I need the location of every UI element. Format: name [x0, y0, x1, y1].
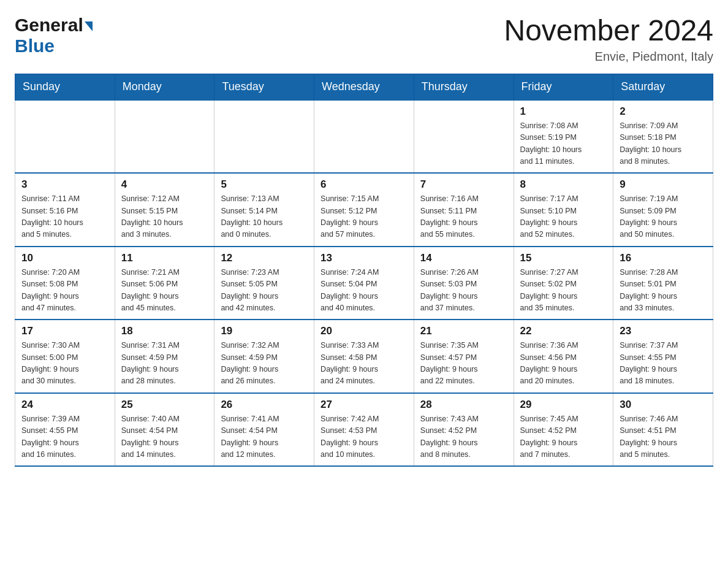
calendar-cell: 10Sunrise: 7:20 AMSunset: 5:08 PMDayligh…	[15, 247, 115, 320]
day-info: Sunrise: 7:17 AMSunset: 5:10 PMDaylight:…	[520, 193, 607, 241]
day-number: 18	[121, 325, 208, 337]
day-number: 21	[420, 325, 507, 337]
calendar-cell: 26Sunrise: 7:41 AMSunset: 4:54 PMDayligh…	[214, 393, 314, 467]
calendar-cell: 2Sunrise: 7:09 AMSunset: 5:18 PMDaylight…	[613, 100, 713, 174]
day-number: 26	[221, 399, 308, 411]
calendar-week-row: 10Sunrise: 7:20 AMSunset: 5:08 PMDayligh…	[15, 247, 713, 320]
calendar-cell	[15, 100, 115, 174]
calendar-cell: 1Sunrise: 7:08 AMSunset: 5:19 PMDaylight…	[514, 100, 613, 174]
day-of-week-header: Saturday	[613, 74, 713, 100]
day-number: 11	[121, 252, 208, 264]
day-of-week-header: Thursday	[414, 74, 514, 100]
day-info: Sunrise: 7:09 AMSunset: 5:18 PMDaylight:…	[620, 120, 707, 168]
day-number: 3	[21, 178, 108, 191]
day-number: 27	[320, 399, 408, 411]
calendar-cell: 15Sunrise: 7:27 AMSunset: 5:02 PMDayligh…	[514, 247, 613, 320]
day-number: 25	[121, 399, 208, 411]
calendar-cell	[314, 100, 414, 174]
day-number: 16	[620, 252, 707, 264]
calendar-cell: 24Sunrise: 7:39 AMSunset: 4:55 PMDayligh…	[15, 393, 115, 467]
day-info: Sunrise: 7:24 AMSunset: 5:04 PMDaylight:…	[320, 267, 408, 315]
day-number: 24	[21, 399, 108, 411]
day-number: 9	[620, 178, 707, 191]
calendar-cell: 13Sunrise: 7:24 AMSunset: 5:04 PMDayligh…	[314, 247, 414, 320]
day-info: Sunrise: 7:32 AMSunset: 4:59 PMDaylight:…	[221, 340, 308, 388]
calendar-cell: 18Sunrise: 7:31 AMSunset: 4:59 PMDayligh…	[115, 320, 214, 393]
day-number: 5	[221, 178, 308, 191]
calendar-cell: 19Sunrise: 7:32 AMSunset: 4:59 PMDayligh…	[214, 320, 314, 393]
calendar-week-row: 24Sunrise: 7:39 AMSunset: 4:55 PMDayligh…	[15, 393, 713, 467]
day-info: Sunrise: 7:35 AMSunset: 4:57 PMDaylight:…	[420, 340, 507, 388]
day-number: 23	[620, 325, 707, 337]
day-number: 20	[320, 325, 408, 337]
calendar-cell: 9Sunrise: 7:19 AMSunset: 5:09 PMDaylight…	[613, 173, 713, 247]
day-of-week-header: Wednesday	[314, 74, 414, 100]
day-number: 7	[420, 178, 507, 191]
day-number: 29	[520, 399, 607, 411]
day-info: Sunrise: 7:20 AMSunset: 5:08 PMDaylight:…	[21, 267, 108, 315]
calendar-cell: 16Sunrise: 7:28 AMSunset: 5:01 PMDayligh…	[613, 247, 713, 320]
day-info: Sunrise: 7:11 AMSunset: 5:16 PMDaylight:…	[21, 193, 108, 241]
day-of-week-header: Friday	[514, 74, 613, 100]
day-info: Sunrise: 7:16 AMSunset: 5:11 PMDaylight:…	[420, 193, 507, 241]
calendar-cell: 4Sunrise: 7:12 AMSunset: 5:15 PMDaylight…	[115, 173, 214, 247]
calendar-cell: 11Sunrise: 7:21 AMSunset: 5:06 PMDayligh…	[115, 247, 214, 320]
day-info: Sunrise: 7:23 AMSunset: 5:05 PMDaylight:…	[221, 267, 308, 315]
day-number: 6	[320, 178, 408, 191]
day-info: Sunrise: 7:13 AMSunset: 5:14 PMDaylight:…	[221, 193, 308, 241]
day-of-week-header: Sunday	[15, 74, 115, 100]
day-number: 13	[320, 252, 408, 264]
day-info: Sunrise: 7:40 AMSunset: 4:54 PMDaylight:…	[121, 413, 208, 461]
calendar-cell: 17Sunrise: 7:30 AMSunset: 5:00 PMDayligh…	[15, 320, 115, 393]
calendar-cell: 3Sunrise: 7:11 AMSunset: 5:16 PMDaylight…	[15, 173, 115, 247]
day-number: 10	[21, 252, 108, 264]
day-number: 30	[620, 399, 707, 411]
calendar-cell: 29Sunrise: 7:45 AMSunset: 4:52 PMDayligh…	[514, 393, 613, 467]
calendar-cell	[214, 100, 314, 174]
day-number: 1	[520, 105, 607, 118]
day-of-week-header: Monday	[115, 74, 214, 100]
day-info: Sunrise: 7:36 AMSunset: 4:56 PMDaylight:…	[520, 340, 607, 388]
day-of-week-header: Tuesday	[214, 74, 314, 100]
day-number: 22	[520, 325, 607, 337]
day-number: 12	[221, 252, 308, 264]
day-number: 14	[420, 252, 507, 264]
calendar-cell	[115, 100, 214, 174]
month-title: November 2024	[504, 15, 713, 47]
calendar-cell: 23Sunrise: 7:37 AMSunset: 4:55 PMDayligh…	[613, 320, 713, 393]
day-info: Sunrise: 7:46 AMSunset: 4:51 PMDaylight:…	[620, 413, 707, 461]
day-info: Sunrise: 7:12 AMSunset: 5:15 PMDaylight:…	[121, 193, 208, 241]
calendar-table: SundayMondayTuesdayWednesdayThursdayFrid…	[15, 74, 713, 467]
day-number: 28	[420, 399, 507, 411]
day-number: 19	[221, 325, 308, 337]
calendar-week-row: 3Sunrise: 7:11 AMSunset: 5:16 PMDaylight…	[15, 173, 713, 247]
calendar-cell: 5Sunrise: 7:13 AMSunset: 5:14 PMDaylight…	[214, 173, 314, 247]
day-info: Sunrise: 7:27 AMSunset: 5:02 PMDaylight:…	[520, 267, 607, 315]
calendar-cell: 28Sunrise: 7:43 AMSunset: 4:52 PMDayligh…	[414, 393, 514, 467]
calendar-header-row: SundayMondayTuesdayWednesdayThursdayFrid…	[15, 74, 713, 100]
title-block: November 2024 Envie, Piedmont, Italy	[504, 15, 713, 64]
calendar-cell: 20Sunrise: 7:33 AMSunset: 4:58 PMDayligh…	[314, 320, 414, 393]
day-info: Sunrise: 7:31 AMSunset: 4:59 PMDaylight:…	[121, 340, 208, 388]
calendar-cell: 30Sunrise: 7:46 AMSunset: 4:51 PMDayligh…	[613, 393, 713, 467]
logo-triangle-icon	[85, 21, 93, 31]
day-info: Sunrise: 7:41 AMSunset: 4:54 PMDaylight:…	[221, 413, 308, 461]
calendar-week-row: 1Sunrise: 7:08 AMSunset: 5:19 PMDaylight…	[15, 100, 713, 174]
calendar-cell: 14Sunrise: 7:26 AMSunset: 5:03 PMDayligh…	[414, 247, 514, 320]
day-info: Sunrise: 7:43 AMSunset: 4:52 PMDaylight:…	[420, 413, 507, 461]
calendar-cell: 27Sunrise: 7:42 AMSunset: 4:53 PMDayligh…	[314, 393, 414, 467]
calendar-cell	[414, 100, 514, 174]
calendar-cell: 6Sunrise: 7:15 AMSunset: 5:12 PMDaylight…	[314, 173, 414, 247]
day-info: Sunrise: 7:28 AMSunset: 5:01 PMDaylight:…	[620, 267, 707, 315]
page-header: General Blue November 2024 Envie, Piedmo…	[15, 15, 713, 64]
calendar-cell: 25Sunrise: 7:40 AMSunset: 4:54 PMDayligh…	[115, 393, 214, 467]
day-info: Sunrise: 7:15 AMSunset: 5:12 PMDaylight:…	[320, 193, 408, 241]
logo-blue-text: Blue	[15, 36, 55, 56]
logo: General Blue	[15, 15, 93, 56]
day-info: Sunrise: 7:26 AMSunset: 5:03 PMDaylight:…	[420, 267, 507, 315]
day-number: 8	[520, 178, 607, 191]
calendar-cell: 21Sunrise: 7:35 AMSunset: 4:57 PMDayligh…	[414, 320, 514, 393]
calendar-week-row: 17Sunrise: 7:30 AMSunset: 5:00 PMDayligh…	[15, 320, 713, 393]
day-info: Sunrise: 7:19 AMSunset: 5:09 PMDaylight:…	[620, 193, 707, 241]
day-number: 2	[620, 105, 707, 118]
